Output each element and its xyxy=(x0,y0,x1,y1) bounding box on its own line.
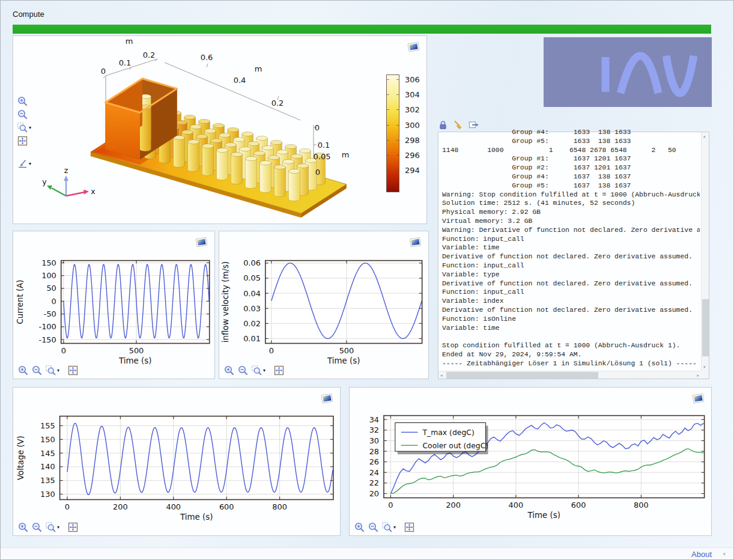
svg-text:-150: -150 xyxy=(39,335,56,344)
log-horizontal-scrollbar[interactable]: ◂ ▸ xyxy=(438,371,701,379)
snapshot-icon[interactable] xyxy=(691,392,706,404)
colorbar-tick xyxy=(387,125,389,126)
current-plot-panel: 0500150100500-50-100-150Time (s)Current … xyxy=(13,231,215,379)
legend-entry: T_max (degC) xyxy=(422,428,474,437)
plot-toolbar: ▾ xyxy=(18,522,78,532)
svg-text:0.06: 0.06 xyxy=(243,258,261,267)
zoom-extents-icon[interactable] xyxy=(17,136,28,146)
snapshot-icon[interactable] xyxy=(195,236,209,248)
chevron-down-icon[interactable]: ▾ xyxy=(29,162,31,166)
svg-text:500: 500 xyxy=(339,346,354,355)
colorbar-tick-label: 296 xyxy=(405,151,420,160)
log-panel: Group #4: 1633 138 1633 Group #5: 1633 1… xyxy=(438,132,709,379)
svg-text:200: 200 xyxy=(446,501,461,510)
compute-progress-bar xyxy=(13,25,711,34)
zoom-box-icon[interactable]: ▾ xyxy=(382,522,396,532)
zoom-extents-icon[interactable] xyxy=(68,365,78,376)
scroll-up-icon[interactable]: ▴ xyxy=(703,134,706,138)
chevron-down-icon[interactable]: ▾ xyxy=(29,126,31,130)
axis-label: m xyxy=(255,64,262,73)
colorbar-tick xyxy=(396,170,399,171)
zoom-in-icon[interactable] xyxy=(17,96,28,106)
scrollbar-corner xyxy=(701,371,709,379)
snapshot-icon[interactable] xyxy=(407,41,421,53)
colorbar-tick xyxy=(396,94,399,95)
svg-text:32: 32 xyxy=(369,425,379,434)
svg-text:z: z xyxy=(64,166,68,175)
colorbar-tick xyxy=(387,170,389,171)
svg-text:24: 24 xyxy=(369,468,379,477)
svg-text:155: 155 xyxy=(40,421,55,430)
svg-text:0.03: 0.03 xyxy=(243,304,261,313)
legend: T_max (degC)Cooler out (degC) xyxy=(395,423,488,455)
about-link[interactable]: About xyxy=(691,550,712,559)
zoom-out-icon[interactable] xyxy=(238,365,248,376)
svg-text:145: 145 xyxy=(40,449,55,458)
zoom-in-icon[interactable] xyxy=(354,522,365,532)
zoom-box-icon[interactable]: ▾ xyxy=(17,123,31,133)
colorbar-tick-label: 302 xyxy=(405,105,420,114)
zoom-in-icon[interactable] xyxy=(18,522,28,532)
svg-text:28: 28 xyxy=(369,447,379,456)
current-chart[interactable]: 0500150100500-50-100-150Time (s)Current … xyxy=(13,231,214,379)
chevron-down-icon[interactable]: ▾ xyxy=(57,525,59,530)
chevron-down-icon[interactable]: ▾ xyxy=(393,525,396,530)
scroll-down-icon[interactable]: ▾ xyxy=(703,365,706,369)
svg-text:140: 140 xyxy=(40,462,55,471)
go-to-default-view-icon[interactable]: ▾ xyxy=(17,159,31,169)
log-vertical-scrollbar[interactable]: ▴ ▾ xyxy=(701,132,709,371)
zoom-out-icon[interactable] xyxy=(368,522,378,532)
chevron-down-icon[interactable]: ▾ xyxy=(723,551,726,557)
zoom-extents-icon[interactable] xyxy=(68,522,78,532)
zoom-out-icon[interactable] xyxy=(32,522,42,532)
colorbar-tick-label: 306 xyxy=(405,75,420,84)
colorbar-tick xyxy=(396,79,399,80)
inflow-velocity-chart[interactable]: 05000.060.050.040.030.020.01Time (s)infl… xyxy=(219,231,428,379)
svg-text:0.02: 0.02 xyxy=(243,319,261,328)
snapshot-icon[interactable] xyxy=(320,392,335,404)
axis-label: 0.2 xyxy=(143,50,156,59)
svg-text:30: 30 xyxy=(369,436,379,445)
colorbar-tick-label: 304 xyxy=(405,90,420,99)
chevron-down-icon[interactable]: ▾ xyxy=(57,368,59,373)
svg-text:26: 26 xyxy=(369,457,379,466)
snapshot-icon[interactable] xyxy=(408,236,423,248)
svg-text:200: 200 xyxy=(113,502,128,511)
axis-label: 0.1 xyxy=(318,141,330,150)
axis-label: 0.2 xyxy=(271,99,284,108)
iav-logo-letters xyxy=(544,37,712,107)
zoom-box-icon[interactable]: ▾ xyxy=(46,522,59,532)
inflow-velocity-plot-panel: 05000.060.050.040.030.020.01Time (s)infl… xyxy=(219,231,429,379)
zoom-extents-icon[interactable] xyxy=(274,365,284,376)
voltage-plot-panel: 0200400600800155150145140135130Time (s)V… xyxy=(13,387,341,536)
scroll-right-icon[interactable]: ▸ xyxy=(697,373,699,377)
zoom-box-icon[interactable]: ▾ xyxy=(252,365,265,376)
axis-label: 0.4 xyxy=(234,76,246,85)
zoom-extents-icon[interactable] xyxy=(404,522,414,532)
3d-battery-scene[interactable]: zyx xyxy=(13,36,426,224)
y-axis-label: inflow velocity (m/s) xyxy=(221,261,230,342)
svg-text:-100: -100 xyxy=(39,322,56,331)
zoom-in-icon[interactable] xyxy=(18,365,28,376)
svg-text:20: 20 xyxy=(369,489,379,498)
voltage-chart[interactable]: 0200400600800155150145140135130Time (s)V… xyxy=(13,388,340,535)
zoom-out-icon[interactable] xyxy=(32,365,42,376)
svg-text:-50: -50 xyxy=(44,309,56,318)
3d-view-toolbar: ▾▾ xyxy=(17,96,31,169)
iav-logo xyxy=(544,37,712,107)
axis-label: 0.6 xyxy=(201,53,213,62)
log-text[interactable]: Group #4: 1633 138 1633 Group #5: 1633 1… xyxy=(442,128,700,368)
colorbar-tick xyxy=(387,79,389,80)
svg-text:800: 800 xyxy=(634,501,649,510)
temperature-chart[interactable]: 02004006008003432302826242220Time (s)T_m… xyxy=(350,388,711,535)
horizontal-scroll-thumb[interactable] xyxy=(446,372,598,379)
x-axis-label: Time (s) xyxy=(118,356,151,365)
zoom-out-icon[interactable] xyxy=(17,109,28,120)
zoom-box-icon[interactable]: ▾ xyxy=(46,365,59,376)
scroll-left-icon[interactable]: ◂ xyxy=(440,373,443,377)
vertical-scroll-thumb[interactable] xyxy=(702,299,709,356)
chevron-down-icon[interactable]: ▾ xyxy=(263,368,265,373)
status-bar: About ▾ xyxy=(1,547,733,560)
colorbar-tick-label: 298 xyxy=(405,136,420,145)
zoom-in-icon[interactable] xyxy=(224,365,234,376)
